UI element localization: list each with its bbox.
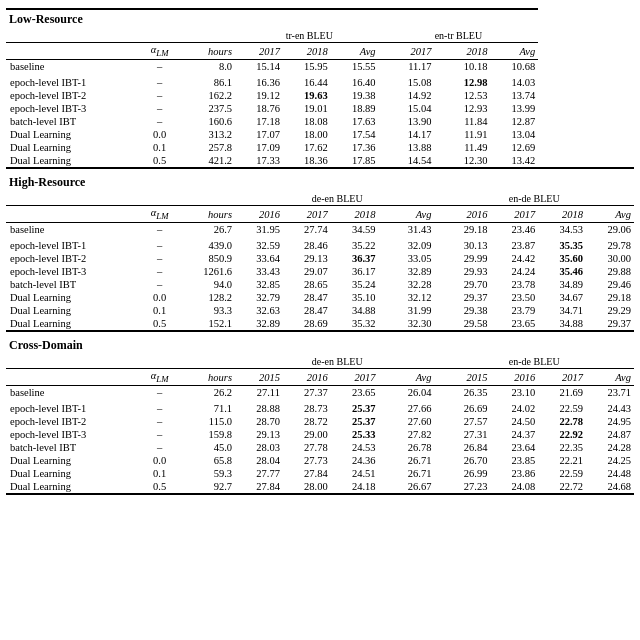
metric-value: 29.13	[235, 428, 283, 441]
alpha-value: –	[141, 441, 179, 454]
column-header: 2015	[235, 369, 283, 386]
metric-value: 19.01	[283, 102, 331, 115]
metric-value: 22.72	[538, 480, 586, 494]
table-row: epoch-level IBT-3–237.518.7619.0118.8915…	[6, 102, 634, 115]
column-header: Avg	[490, 43, 538, 60]
metric-value: 23.65	[331, 386, 379, 400]
metric-value: 32.63	[235, 304, 283, 317]
metric-value: 34.59	[331, 223, 379, 237]
metric-value: 35.35	[538, 239, 586, 252]
metric-value: 28.70	[235, 415, 283, 428]
metric-value: 32.79	[235, 291, 283, 304]
metric-value: 24.37	[490, 428, 538, 441]
section-title: High-Resource	[6, 168, 634, 192]
alpha-value: –	[141, 223, 179, 237]
metric-value: 18.76	[235, 102, 283, 115]
metric-value: 35.22	[331, 239, 379, 252]
hours-value: 237.5	[179, 102, 235, 115]
metric-value: 13.42	[490, 154, 538, 168]
metric-value: 24.18	[331, 480, 379, 494]
metric-value: 29.07	[283, 265, 331, 278]
metric-value: 35.32	[331, 317, 379, 331]
metric-value: 23.64	[490, 441, 538, 454]
metric-value: 26.70	[434, 454, 490, 467]
metric-value: 15.55	[331, 60, 379, 74]
metric-value: 29.37	[434, 291, 490, 304]
row-name: Dual Learning	[6, 467, 141, 480]
table-row: Dual Learning0.1257.817.0917.6217.3613.8…	[6, 141, 634, 154]
metric-value: 35.60	[538, 252, 586, 265]
metric-value: 24.08	[490, 480, 538, 494]
metric-value: 22.78	[538, 415, 586, 428]
table-row: Dual Learning0.5421.217.3318.3617.8514.5…	[6, 154, 634, 168]
metric-value: 25.37	[331, 415, 379, 428]
metric-value: 28.47	[283, 291, 331, 304]
row-name: baseline	[6, 60, 141, 74]
row-name: batch-level IBT	[6, 441, 141, 454]
metric-value: 16.40	[331, 76, 379, 89]
metric-value: 24.25	[586, 454, 634, 467]
hours-value: 439.0	[179, 239, 235, 252]
table-row: epoch-level IBT-1–71.128.8828.7325.3727.…	[6, 402, 634, 415]
row-name: epoch-level IBT-2	[6, 89, 141, 102]
section-title: Low-Resource	[6, 9, 538, 29]
column-header: 2017	[538, 369, 586, 386]
metric-value: 17.63	[331, 115, 379, 128]
metric-value: 32.12	[379, 291, 435, 304]
metric-value: 15.04	[379, 102, 435, 115]
table-row: epoch-level IBT-2–850.933.6429.1336.3733…	[6, 252, 634, 265]
metric-value: 27.37	[283, 386, 331, 400]
metric-value: 21.69	[538, 386, 586, 400]
metric-value: 28.46	[283, 239, 331, 252]
hours-value: 115.0	[179, 415, 235, 428]
hours-value: 159.8	[179, 428, 235, 441]
column-header: 2015	[434, 369, 490, 386]
metric-value: 24.43	[586, 402, 634, 415]
metric-value: 34.89	[538, 278, 586, 291]
bottom-border	[6, 494, 634, 497]
hours-value: 8.0	[179, 60, 235, 74]
metric-value: 32.09	[379, 239, 435, 252]
section-title: Cross-Domain	[6, 331, 634, 355]
column-header	[6, 369, 141, 386]
metric-value: 27.84	[235, 480, 283, 494]
alpha-value: –	[141, 239, 179, 252]
alpha-value: 0.1	[141, 467, 179, 480]
metric-value: 27.73	[283, 454, 331, 467]
alpha-value: –	[141, 89, 179, 102]
metric-value: 27.31	[434, 428, 490, 441]
metric-value: 25.33	[331, 428, 379, 441]
metric-value: 34.71	[538, 304, 586, 317]
metric-value: 32.59	[235, 239, 283, 252]
alpha-value: 0.0	[141, 291, 179, 304]
table-row: epoch-level IBT-2–162.219.1219.6319.3814…	[6, 89, 634, 102]
empty-header	[6, 192, 141, 206]
hours-value: 26.2	[179, 386, 235, 400]
row-name: Dual Learning	[6, 454, 141, 467]
metric-value: 32.89	[379, 265, 435, 278]
row-name: epoch-level IBT-3	[6, 102, 141, 115]
hours-value: 128.2	[179, 291, 235, 304]
metric-value: 26.71	[379, 467, 435, 480]
metric-value: 33.64	[235, 252, 283, 265]
column-header: Avg	[331, 43, 379, 60]
table-row: epoch-level IBT-3–159.829.1329.0025.3327…	[6, 428, 634, 441]
hours-value: 257.8	[179, 141, 235, 154]
empty-header	[141, 355, 179, 369]
metric-value: 29.88	[586, 265, 634, 278]
metric-value: 26.67	[379, 480, 435, 494]
metric-value: 34.67	[538, 291, 586, 304]
metric-value: 28.47	[283, 304, 331, 317]
empty-header	[179, 355, 235, 369]
table-row: batch-level IBT–160.617.1818.0817.6313.9…	[6, 115, 634, 128]
metric-value: 31.43	[379, 223, 435, 237]
row-name: epoch-level IBT-2	[6, 415, 141, 428]
empty-header	[179, 29, 235, 43]
metric-value: 36.17	[331, 265, 379, 278]
row-name: epoch-level IBT-3	[6, 265, 141, 278]
metric-value: 18.08	[283, 115, 331, 128]
empty-header	[179, 192, 235, 206]
metric-value: 24.36	[331, 454, 379, 467]
table-row: epoch-level IBT-2–115.028.7028.7225.3727…	[6, 415, 634, 428]
row-name: Dual Learning	[6, 128, 141, 141]
